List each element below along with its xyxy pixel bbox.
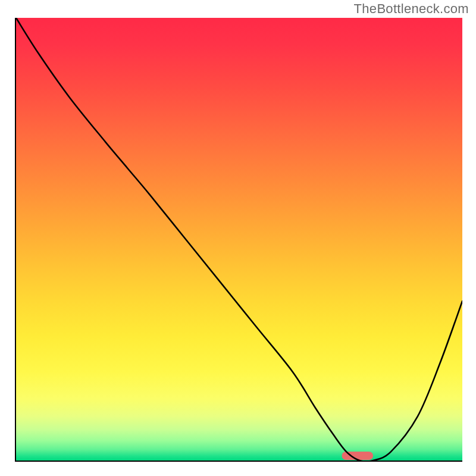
line-plot bbox=[16, 18, 462, 461]
attribution-label: TheBottleneck.com bbox=[354, 1, 469, 17]
chart-container: TheBottleneck.com bbox=[0, 0, 476, 476]
plot-box bbox=[15, 18, 462, 462]
bottleneck-curve bbox=[16, 18, 462, 461]
